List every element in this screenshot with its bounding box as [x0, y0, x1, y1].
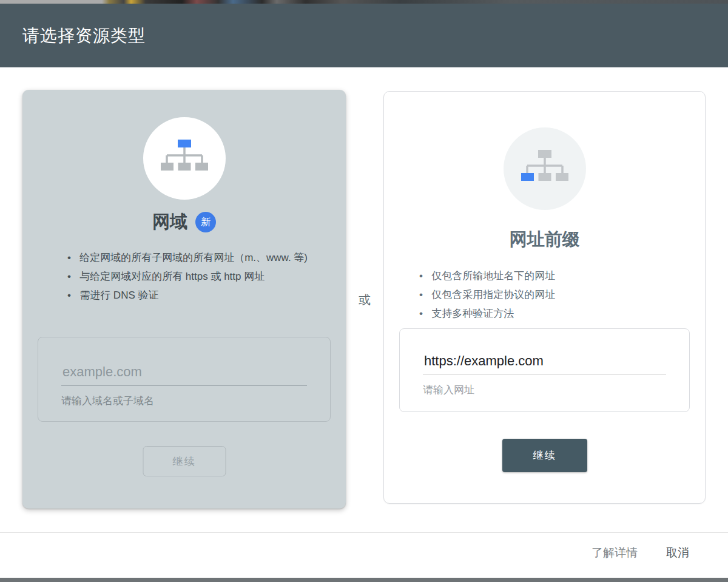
- url-input[interactable]: [423, 346, 666, 375]
- dialog-title: 请选择资源类型: [22, 24, 146, 47]
- domain-input[interactable]: [61, 357, 307, 386]
- domain-continue-button[interactable]: 继续: [143, 446, 226, 476]
- url-prefix-card: 网址前缀 仅包含所输地址名下的网址 仅包含采用指定协议的网址 支持多种验证方法 …: [383, 91, 706, 504]
- domain-hierarchy-icon: [161, 140, 208, 177]
- dialog-footer: 了解详情 取消: [592, 545, 689, 561]
- domain-input-box: 请输入域名或子域名: [38, 337, 331, 422]
- footer-divider: [0, 532, 728, 533]
- url-input-box: 请输入网址: [399, 328, 690, 412]
- url-prefix-benefit-list: 仅包含所输地址名下的网址 仅包含采用指定协议的网址 支持多种验证方法: [384, 266, 705, 323]
- dialog-header: 请选择资源类型: [0, 4, 728, 67]
- or-separator: 或: [346, 292, 383, 308]
- url-prefix-benefit-item: 支持多种验证方法: [406, 304, 683, 323]
- domain-card: 网域 新 给定网域的所有子网域的所有网址（m.、www. 等) 与给定网域对应的…: [22, 90, 346, 509]
- domain-input-helper: 请输入域名或子域名: [61, 394, 307, 408]
- learn-more-link[interactable]: 了解详情: [592, 545, 638, 561]
- cancel-button[interactable]: 取消: [666, 545, 689, 561]
- url-input-helper: 请输入网址: [423, 383, 666, 397]
- domain-benefit-item: 与给定网域对应的所有 https 或 http 网址: [50, 267, 318, 286]
- background-page-remnant-bottom: [0, 578, 728, 582]
- url-prefix-benefit-item: 仅包含所输地址名下的网址: [406, 266, 683, 285]
- domain-card-title-row: 网域 新: [22, 210, 346, 234]
- url-prefix-icon-circle: [504, 127, 586, 210]
- domain-benefit-item: 给定网域的所有子网域的所有网址（m.、www. 等): [50, 248, 318, 267]
- domain-benefit-list: 给定网域的所有子网域的所有网址（m.、www. 等) 与给定网域对应的所有 ht…: [22, 248, 346, 305]
- url-prefix-hierarchy-icon: [521, 150, 568, 188]
- url-prefix-benefit-item: 仅包含采用指定协议的网址: [406, 285, 683, 304]
- domain-icon-circle: [143, 117, 226, 200]
- url-prefix-card-title: 网址前缀: [384, 228, 705, 252]
- new-badge: 新: [195, 212, 216, 232]
- domain-benefit-item: 需进行 DNS 验证: [50, 286, 318, 305]
- url-continue-button[interactable]: 继续: [502, 439, 587, 472]
- domain-card-title: 网域: [152, 210, 187, 234]
